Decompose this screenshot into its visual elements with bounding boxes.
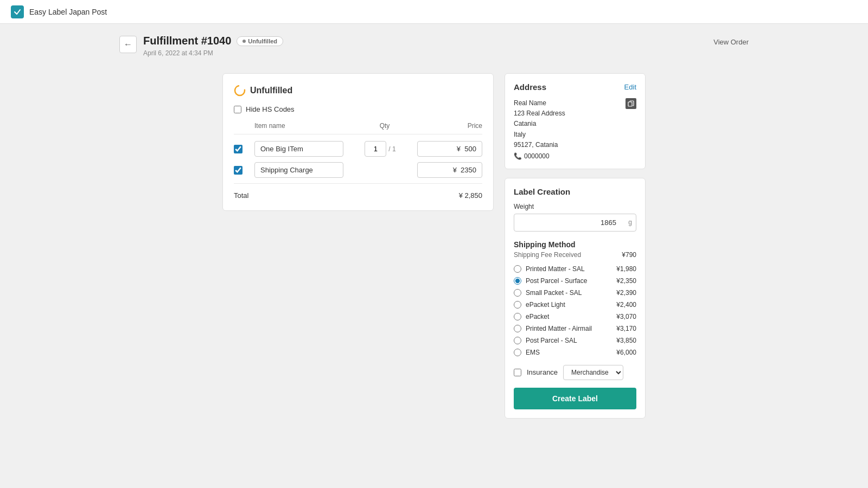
table-row bbox=[234, 162, 482, 178]
price-input-1[interactable] bbox=[417, 141, 482, 157]
back-button[interactable]: ← bbox=[119, 36, 137, 53]
shipping-option-left: Printed Matter - Airmail bbox=[514, 325, 592, 332]
shipping-option-price: ¥2,390 bbox=[616, 289, 636, 297]
table-row: / 1 bbox=[234, 141, 482, 157]
status-label: Unfulfilled bbox=[248, 38, 277, 44]
status-dot bbox=[242, 40, 246, 43]
shipping-option-name: Printed Matter - Airmail bbox=[526, 325, 592, 332]
shipping-radio-post-parcel-sal[interactable] bbox=[514, 337, 521, 344]
hide-hs-checkbox[interactable] bbox=[234, 106, 241, 113]
title-group: Fulfillment #1040 Unfulfilled April 6, 2… bbox=[143, 35, 283, 57]
merchandise-select[interactable]: MerchandiseGiftDocumentsOther bbox=[563, 365, 623, 380]
item-checkbox-1[interactable] bbox=[234, 145, 242, 153]
col-qty: Qty bbox=[352, 122, 417, 130]
address-card: Address Edit Real Name 123 Real Address … bbox=[505, 73, 646, 169]
weight-input[interactable] bbox=[514, 214, 636, 232]
app-title: Easy Label Japan Post bbox=[29, 8, 107, 16]
shipping-option-left: ePacket bbox=[514, 313, 549, 320]
content-area: Unfulfilled Hide HS Codes Item name Qty … bbox=[222, 73, 646, 419]
fulfillment-title: Fulfillment #1040 bbox=[143, 35, 231, 47]
insurance-label: Insurance bbox=[527, 368, 558, 376]
insurance-checkbox[interactable] bbox=[514, 369, 521, 376]
total-label: Total bbox=[234, 191, 248, 200]
address-country: Italy bbox=[514, 130, 565, 140]
shipping-radio-epacket[interactable] bbox=[514, 313, 521, 320]
view-order-link[interactable]: View Order bbox=[713, 38, 749, 46]
shipping-option-price: ¥2,400 bbox=[616, 301, 636, 309]
copy-address-button[interactable] bbox=[626, 98, 636, 109]
items-header: Item name Qty Price bbox=[234, 122, 482, 134]
shipping-option-name: ePacket Light bbox=[526, 301, 565, 309]
col-item-name: Item name bbox=[254, 122, 352, 130]
shipping-radio-ems[interactable] bbox=[514, 349, 521, 356]
create-label-button[interactable]: Create Label bbox=[514, 388, 636, 409]
main-content: Unfulfilled Hide HS Codes Item name Qty … bbox=[108, 57, 760, 435]
item-checkbox-2[interactable] bbox=[234, 166, 242, 175]
weight-input-wrapper: g bbox=[514, 214, 636, 232]
shipping-fee-row: Shipping Fee Received ¥790 bbox=[514, 251, 636, 259]
weight-label: Weight bbox=[514, 203, 636, 210]
shipping-option-left: EMS bbox=[514, 349, 540, 356]
unfulfilled-header: Unfulfilled bbox=[234, 85, 482, 97]
address-card-header: Address Edit bbox=[514, 82, 636, 92]
shipping-option-name: EMS bbox=[526, 349, 540, 356]
shipping-radio-printed-matter-sal[interactable] bbox=[514, 265, 521, 273]
shipping-option: Printed Matter - SAL¥1,980 bbox=[514, 265, 636, 273]
total-row: Total ¥ 2,850 bbox=[234, 183, 482, 200]
svg-rect-1 bbox=[628, 102, 632, 106]
shipping-options: Printed Matter - SAL¥1,980Post Parcel - … bbox=[514, 265, 636, 356]
shipping-option-name: Post Parcel - SAL bbox=[526, 337, 577, 344]
app-logo bbox=[11, 5, 24, 18]
address-phone: 📞 0000000 bbox=[514, 152, 565, 160]
shipping-radio-post-parcel-surface[interactable] bbox=[514, 277, 521, 285]
unfulfilled-icon bbox=[234, 85, 246, 97]
shipping-option-left: Post Parcel - Surface bbox=[514, 277, 587, 285]
status-badge: Unfulfilled bbox=[237, 36, 283, 46]
price-input-2[interactable] bbox=[417, 162, 482, 178]
shipping-option-price: ¥3,850 bbox=[616, 337, 636, 344]
shipping-option-left: ePacket Light bbox=[514, 301, 565, 309]
phone-icon: 📞 bbox=[514, 152, 522, 160]
shipping-option-name: Printed Matter - SAL bbox=[526, 265, 585, 273]
shipping-option-price: ¥2,350 bbox=[616, 277, 636, 285]
section-title: Unfulfilled bbox=[250, 86, 292, 95]
svg-point-0 bbox=[235, 86, 245, 95]
shipping-option: EMS¥6,000 bbox=[514, 349, 636, 356]
item-name-input-1[interactable] bbox=[254, 141, 343, 157]
right-panel: Address Edit Real Name 123 Real Address … bbox=[505, 73, 646, 419]
total-value: ¥ 2,850 bbox=[459, 191, 482, 200]
address-city: Catania bbox=[514, 119, 565, 129]
qty-field-1: / 1 bbox=[348, 141, 413, 157]
hide-hs-row: Hide HS Codes bbox=[234, 105, 482, 113]
shipping-option: ePacket Light¥2,400 bbox=[514, 301, 636, 309]
shipping-option-left: Small Packet - SAL bbox=[514, 289, 582, 297]
page-title-row: Fulfillment #1040 Unfulfilled bbox=[143, 35, 283, 47]
shipping-radio-printed-matter-airmail[interactable] bbox=[514, 325, 521, 332]
shipping-radio-small-packet-sal[interactable] bbox=[514, 289, 521, 297]
navbar: Easy Label Japan Post bbox=[0, 0, 868, 24]
qty-input-1[interactable] bbox=[365, 141, 386, 157]
shipping-option: ePacket¥3,070 bbox=[514, 313, 636, 320]
label-creation-header: Label Creation bbox=[514, 187, 636, 196]
shipping-option: Post Parcel - Surface¥2,350 bbox=[514, 277, 636, 285]
page-date: April 6, 2022 at 4:34 PM bbox=[143, 49, 283, 57]
shipping-option: Printed Matter - Airmail¥3,170 bbox=[514, 325, 636, 332]
shipping-option-name: Small Packet - SAL bbox=[526, 289, 582, 297]
weight-unit: g bbox=[628, 219, 632, 226]
shipping-fee-value: ¥790 bbox=[622, 251, 636, 259]
label-creation-title: Label Creation bbox=[514, 187, 570, 196]
shipping-option-price: ¥3,070 bbox=[616, 313, 636, 320]
shipping-option-left: Post Parcel - SAL bbox=[514, 337, 577, 344]
shipping-option-left: Printed Matter - SAL bbox=[514, 265, 585, 273]
address-title: Address bbox=[514, 82, 546, 92]
phone-number: 0000000 bbox=[524, 152, 550, 160]
item-name-input-2[interactable] bbox=[254, 162, 343, 178]
qty-separator-1: / 1 bbox=[388, 145, 395, 153]
shipping-fee-label: Shipping Fee Received bbox=[514, 251, 581, 259]
col-price: Price bbox=[417, 122, 482, 130]
items-table: Item name Qty Price / 1 bbox=[234, 122, 482, 200]
shipping-radio-epacket-light[interactable] bbox=[514, 301, 521, 309]
address-details: Real Name 123 Real Address Catania Italy… bbox=[514, 98, 565, 160]
address-name: Real Name bbox=[514, 98, 565, 108]
address-edit-link[interactable]: Edit bbox=[624, 83, 636, 91]
